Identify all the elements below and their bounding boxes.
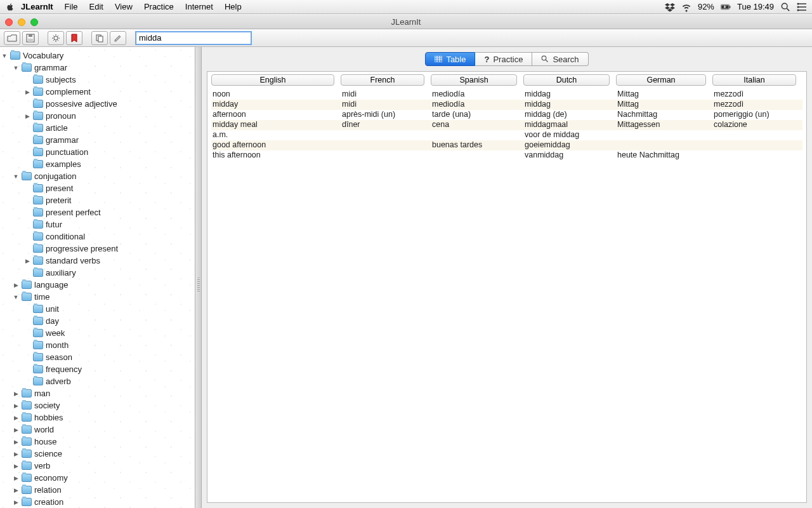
- settings-button[interactable]: [48, 31, 64, 45]
- disclosure-icon[interactable]: ▶: [24, 89, 30, 95]
- disclosure-icon[interactable]: ▶: [24, 258, 30, 264]
- column-header-french[interactable]: French: [341, 74, 424, 86]
- disclosure-icon[interactable]: ▶: [13, 475, 19, 481]
- menu-edit[interactable]: Edit: [84, 2, 109, 11]
- tree-item-examples[interactable]: examples: [0, 158, 195, 170]
- tree-item-relation[interactable]: ▶relation: [0, 484, 195, 496]
- disclosure-icon[interactable]: ▶: [13, 463, 19, 469]
- tree-item-standard-verbs[interactable]: ▶standard verbs: [0, 255, 195, 267]
- disclosure-icon[interactable]: ▶: [13, 439, 19, 445]
- tab-search[interactable]: Search: [532, 52, 588, 66]
- tree-item-conjugation[interactable]: ▼conjugation: [0, 170, 195, 182]
- search-input[interactable]: [135, 31, 252, 45]
- disclosure-icon[interactable]: ▶: [24, 113, 30, 119]
- close-button[interactable]: [5, 18, 13, 26]
- tree-item-society[interactable]: ▶society: [0, 399, 195, 411]
- column-header-italian[interactable]: Italian: [712, 74, 796, 86]
- tree-item-progressive-present[interactable]: progressive present: [0, 243, 195, 255]
- category-tree[interactable]: ▼Vocabulary▼grammarsubjects▶complementpo…: [0, 47, 195, 508]
- disclosure-icon[interactable]: ▶: [13, 499, 19, 505]
- table-row[interactable]: middaymidimediodíamiddagMittagmezzodì: [211, 100, 802, 110]
- tree-item-house[interactable]: ▶house: [0, 436, 195, 448]
- table-row[interactable]: midday mealdînercenamiddagmaalMittagesse…: [211, 120, 802, 130]
- tree-item-auxiliary[interactable]: auxiliary: [0, 267, 195, 279]
- save-button[interactable]: [22, 31, 39, 45]
- tree-item-present-perfect[interactable]: present perfect: [0, 206, 195, 218]
- tree-item-conditional[interactable]: conditional: [0, 231, 195, 243]
- menu-view[interactable]: View: [109, 2, 138, 11]
- tab-table[interactable]: Table: [425, 52, 475, 66]
- tree-item-language[interactable]: ▶language: [0, 279, 195, 291]
- tree-item-complement[interactable]: ▶complement: [0, 86, 195, 98]
- tree-item-grammar[interactable]: grammar: [0, 134, 195, 146]
- tree-item-possesive-adjective[interactable]: possesive adjective: [0, 98, 195, 110]
- tree-item-subjects[interactable]: subjects: [0, 74, 195, 86]
- tree-item-day[interactable]: day: [0, 315, 195, 327]
- notification-center-icon[interactable]: [797, 2, 807, 12]
- zoom-button[interactable]: [30, 18, 38, 26]
- disclosure-icon[interactable]: ▶: [13, 282, 19, 288]
- tree-item-unit[interactable]: unit: [0, 303, 195, 315]
- disclosure-icon[interactable]: ▶: [13, 451, 19, 457]
- menu-help[interactable]: Help: [219, 2, 247, 11]
- tree-item-economy[interactable]: ▶economy: [0, 472, 195, 484]
- tree-item-season[interactable]: season: [0, 351, 195, 363]
- disclosure-icon[interactable]: ▶: [13, 415, 19, 421]
- tree-item-time[interactable]: ▼time: [0, 291, 195, 303]
- tree-item-man[interactable]: ▶man: [0, 387, 195, 399]
- disclosure-icon[interactable]: ▼: [1, 53, 8, 59]
- menu-practice[interactable]: Practice: [138, 2, 180, 11]
- app-name[interactable]: JLearnIt: [15, 2, 59, 11]
- table-row[interactable]: this afternoonvanmiddagheute Nachmittag: [211, 150, 802, 161]
- column-header-english[interactable]: English: [211, 74, 334, 86]
- spotlight-icon[interactable]: [780, 2, 790, 12]
- titlebar[interactable]: JLearnIt: [0, 15, 812, 29]
- disclosure-icon[interactable]: ▶: [13, 487, 19, 493]
- disclosure-icon[interactable]: ▼: [13, 173, 19, 180]
- battery-icon[interactable]: [721, 2, 731, 12]
- clock[interactable]: Tue 19:49: [737, 2, 774, 11]
- tree-item-article[interactable]: article: [0, 122, 195, 134]
- column-header-dutch[interactable]: Dutch: [523, 74, 610, 86]
- column-header-spanish[interactable]: Spanish: [431, 74, 517, 86]
- tab-practice[interactable]: ?Practice: [475, 52, 532, 66]
- tree-item-futur[interactable]: futur: [0, 218, 195, 231]
- tree-item-punctuation[interactable]: punctuation: [0, 146, 195, 158]
- apple-icon[interactable]: [5, 2, 15, 12]
- tree-item-Vocabulary[interactable]: ▼Vocabulary: [0, 50, 195, 62]
- table-row[interactable]: a.m.voor de middag: [211, 130, 802, 140]
- disclosure-icon[interactable]: ▼: [13, 65, 19, 71]
- disclosure-icon[interactable]: ▶: [13, 427, 19, 433]
- disclosure-icon[interactable]: ▼: [13, 294, 19, 300]
- bookmark-button[interactable]: [66, 31, 82, 45]
- tree-item-present[interactable]: present: [0, 182, 195, 194]
- tree-item-hobbies[interactable]: ▶hobbies: [0, 411, 195, 424]
- tree-item-world[interactable]: ▶world: [0, 424, 195, 436]
- open-button[interactable]: [4, 31, 20, 45]
- disclosure-icon[interactable]: ▶: [13, 391, 19, 397]
- table-row[interactable]: afternoonaprès-midi (un)tarde (una)midda…: [211, 110, 802, 120]
- menu-file[interactable]: File: [59, 2, 84, 11]
- dropbox-icon[interactable]: [665, 2, 675, 12]
- vocab-table[interactable]: EnglishFrenchSpanishDutchGermanItalian n…: [207, 71, 807, 503]
- tree-item-adverb[interactable]: adverb: [0, 375, 195, 387]
- table-row[interactable]: noonmidimediodíamiddagMittagmezzodì: [211, 90, 802, 100]
- edit-button[interactable]: [110, 31, 126, 45]
- column-header-german[interactable]: German: [616, 74, 706, 86]
- tree-item-pronoun[interactable]: ▶pronoun: [0, 110, 195, 122]
- tree-item-verb[interactable]: ▶verb: [0, 460, 195, 472]
- tree-item-month[interactable]: month: [0, 339, 195, 351]
- split-handle[interactable]: [195, 47, 202, 508]
- tree-item-week[interactable]: week: [0, 327, 195, 339]
- tree-item-science[interactable]: ▶science: [0, 448, 195, 460]
- minimize-button[interactable]: [18, 18, 25, 26]
- copy-button[interactable]: [91, 31, 108, 45]
- menu-internet[interactable]: Internet: [180, 2, 219, 11]
- tree-item-preterit[interactable]: preterit: [0, 194, 195, 206]
- tree-item-creation[interactable]: ▶creation: [0, 496, 195, 508]
- table-row[interactable]: good afternoonbuenas tardesgoeiemiddag: [211, 140, 802, 150]
- wifi-icon[interactable]: [681, 2, 691, 12]
- disclosure-icon[interactable]: ▶: [13, 403, 19, 409]
- tree-item-frequency[interactable]: frequency: [0, 363, 195, 375]
- tree-item-grammar[interactable]: ▼grammar: [0, 62, 195, 74]
